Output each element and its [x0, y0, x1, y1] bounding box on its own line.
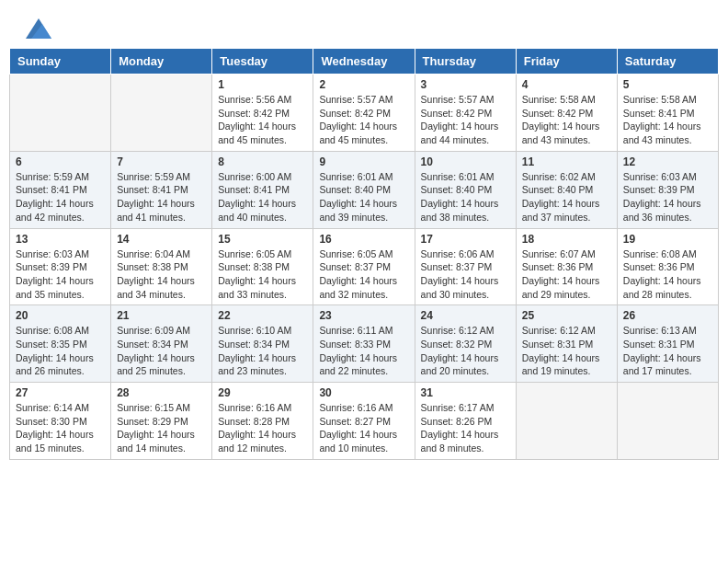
calendar-cell: 6Sunrise: 5:59 AMSunset: 8:41 PMDaylight… — [10, 151, 111, 228]
calendar-cell: 28Sunrise: 6:15 AMSunset: 8:29 PMDayligh… — [111, 383, 212, 460]
day-number: 28 — [117, 386, 206, 399]
day-info: Sunrise: 6:08 AMSunset: 8:36 PMDaylight:… — [623, 247, 712, 302]
daylight-label: Daylight: 14 hours and 15 minutes. — [16, 429, 94, 454]
day-info: Sunrise: 6:09 AMSunset: 8:34 PMDaylight:… — [117, 324, 206, 378]
sunset-label: Sunset: 8:29 PM — [117, 416, 188, 427]
days-of-week-header: SundayMondayTuesdayWednesdayThursdayFrid… — [10, 49, 719, 75]
calendar-cell: 8Sunrise: 6:00 AMSunset: 8:41 PMDaylight… — [212, 151, 313, 228]
sunrise-label: Sunrise: 6:01 AM — [421, 171, 495, 182]
sunset-label: Sunset: 8:32 PM — [421, 339, 493, 350]
daylight-label: Daylight: 14 hours and 19 minutes. — [522, 352, 600, 377]
day-info: Sunrise: 6:00 AMSunset: 8:41 PMDaylight:… — [218, 170, 307, 224]
sunrise-label: Sunrise: 6:08 AM — [623, 248, 697, 259]
sunrise-label: Sunrise: 6:05 AM — [319, 248, 392, 259]
calendar-cell: 20Sunrise: 6:08 AMSunset: 8:35 PMDayligh… — [10, 305, 111, 383]
sunset-label: Sunset: 8:42 PM — [421, 108, 493, 119]
calendar-week-1: 1Sunrise: 5:56 AMSunset: 8:42 PMDaylight… — [10, 75, 719, 152]
dow-tuesday: Tuesday — [212, 49, 313, 75]
sunset-label: Sunset: 8:36 PM — [522, 261, 594, 272]
calendar-cell: 29Sunrise: 6:16 AMSunset: 8:28 PMDayligh… — [212, 383, 313, 460]
daylight-label: Daylight: 14 hours and 33 minutes. — [218, 275, 296, 300]
calendar-cell: 2Sunrise: 5:57 AMSunset: 8:42 PMDaylight… — [313, 75, 415, 152]
sunset-label: Sunset: 8:34 PM — [117, 339, 188, 350]
day-number: 18 — [522, 233, 611, 246]
day-number: 8 — [218, 155, 307, 168]
day-number: 26 — [623, 309, 712, 322]
day-number: 21 — [117, 309, 206, 322]
day-number: 20 — [16, 309, 105, 322]
sunset-label: Sunset: 8:41 PM — [16, 184, 87, 195]
calendar-cell: 27Sunrise: 6:14 AMSunset: 8:30 PMDayligh… — [10, 383, 111, 460]
daylight-label: Daylight: 14 hours and 10 minutes. — [319, 429, 397, 454]
calendar-cell: 26Sunrise: 6:13 AMSunset: 8:31 PMDayligh… — [617, 305, 718, 383]
day-number: 31 — [421, 386, 510, 399]
sunset-label: Sunset: 8:31 PM — [623, 339, 695, 350]
sunset-label: Sunset: 8:34 PM — [218, 339, 290, 350]
sunrise-label: Sunrise: 5:57 AM — [421, 94, 495, 105]
sunset-label: Sunset: 8:39 PM — [16, 261, 87, 272]
logo-block — [23, 18, 51, 39]
day-info: Sunrise: 5:59 AMSunset: 8:41 PMDaylight:… — [16, 170, 105, 224]
daylight-label: Daylight: 14 hours and 25 minutes. — [117, 352, 195, 377]
sunrise-label: Sunrise: 6:11 AM — [319, 325, 392, 336]
sunset-label: Sunset: 8:26 PM — [421, 416, 493, 427]
day-number: 22 — [218, 309, 307, 322]
day-number: 12 — [623, 155, 712, 168]
daylight-label: Daylight: 14 hours and 41 minutes. — [117, 198, 195, 223]
sunrise-label: Sunrise: 6:03 AM — [16, 248, 89, 259]
calendar-cell: 10Sunrise: 6:01 AMSunset: 8:40 PMDayligh… — [415, 151, 516, 228]
calendar-cell: 21Sunrise: 6:09 AMSunset: 8:34 PMDayligh… — [111, 305, 212, 383]
daylight-label: Daylight: 14 hours and 44 minutes. — [421, 121, 499, 145]
sunset-label: Sunset: 8:37 PM — [319, 261, 391, 272]
day-number: 30 — [319, 386, 408, 399]
sunrise-label: Sunrise: 5:56 AM — [218, 94, 291, 105]
daylight-label: Daylight: 14 hours and 26 minutes. — [16, 352, 94, 377]
day-info: Sunrise: 6:12 AMSunset: 8:32 PMDaylight:… — [421, 324, 510, 378]
daylight-label: Daylight: 14 hours and 35 minutes. — [16, 275, 94, 300]
logo — [23, 18, 51, 39]
sunset-label: Sunset: 8:42 PM — [522, 108, 594, 119]
sunrise-label: Sunrise: 6:10 AM — [218, 325, 291, 336]
day-info: Sunrise: 5:57 AMSunset: 8:42 PMDaylight:… — [319, 93, 408, 147]
page-header — [9, 9, 719, 43]
calendar-week-5: 27Sunrise: 6:14 AMSunset: 8:30 PMDayligh… — [10, 383, 719, 460]
calendar-cell: 13Sunrise: 6:03 AMSunset: 8:39 PMDayligh… — [10, 228, 111, 305]
sunrise-label: Sunrise: 6:04 AM — [117, 248, 190, 259]
day-info: Sunrise: 6:15 AMSunset: 8:29 PMDaylight:… — [117, 401, 206, 455]
sunset-label: Sunset: 8:40 PM — [421, 184, 493, 195]
calendar-cell: 14Sunrise: 6:04 AMSunset: 8:38 PMDayligh… — [111, 228, 212, 305]
day-info: Sunrise: 6:05 AMSunset: 8:37 PMDaylight:… — [319, 247, 408, 302]
daylight-label: Daylight: 14 hours and 42 minutes. — [16, 198, 94, 223]
daylight-label: Daylight: 14 hours and 39 minutes. — [319, 198, 397, 223]
day-number: 7 — [117, 155, 206, 168]
dow-saturday: Saturday — [617, 49, 718, 75]
calendar-cell — [111, 75, 212, 152]
day-info: Sunrise: 6:14 AMSunset: 8:30 PMDaylight:… — [16, 401, 105, 455]
day-number: 14 — [117, 233, 206, 246]
daylight-label: Daylight: 14 hours and 40 minutes. — [218, 198, 296, 223]
sunset-label: Sunset: 8:33 PM — [319, 339, 391, 350]
daylight-label: Daylight: 14 hours and 8 minutes. — [421, 429, 499, 454]
day-info: Sunrise: 5:59 AMSunset: 8:41 PMDaylight:… — [117, 170, 206, 224]
calendar-cell: 24Sunrise: 6:12 AMSunset: 8:32 PMDayligh… — [415, 305, 516, 383]
sunrise-label: Sunrise: 6:09 AM — [117, 325, 190, 336]
sunrise-label: Sunrise: 5:58 AM — [623, 94, 697, 105]
sunset-label: Sunset: 8:38 PM — [117, 261, 188, 272]
sunset-label: Sunset: 8:40 PM — [319, 184, 391, 195]
day-info: Sunrise: 6:04 AMSunset: 8:38 PMDaylight:… — [117, 247, 206, 302]
day-info: Sunrise: 6:13 AMSunset: 8:31 PMDaylight:… — [623, 324, 712, 378]
calendar-week-4: 20Sunrise: 6:08 AMSunset: 8:35 PMDayligh… — [10, 305, 719, 383]
day-number: 17 — [421, 233, 510, 246]
daylight-label: Daylight: 14 hours and 45 minutes. — [218, 121, 296, 145]
calendar-cell — [10, 75, 111, 152]
sunrise-label: Sunrise: 6:06 AM — [421, 248, 495, 259]
daylight-label: Daylight: 14 hours and 37 minutes. — [522, 198, 600, 223]
day-info: Sunrise: 5:57 AMSunset: 8:42 PMDaylight:… — [421, 93, 510, 147]
calendar-cell: 15Sunrise: 6:05 AMSunset: 8:38 PMDayligh… — [212, 228, 313, 305]
sunrise-label: Sunrise: 5:59 AM — [16, 171, 89, 182]
day-number: 27 — [16, 386, 105, 399]
sunset-label: Sunset: 8:38 PM — [218, 261, 290, 272]
calendar-cell: 9Sunrise: 6:01 AMSunset: 8:40 PMDaylight… — [313, 151, 415, 228]
day-info: Sunrise: 6:03 AMSunset: 8:39 PMDaylight:… — [16, 247, 105, 302]
sunrise-label: Sunrise: 6:12 AM — [421, 325, 495, 336]
